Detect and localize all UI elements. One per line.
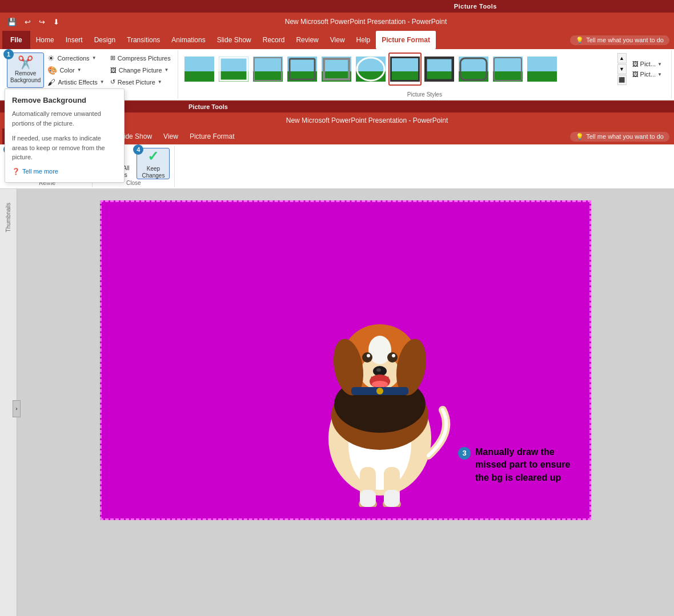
menu-view[interactable]: View xyxy=(324,31,351,49)
annotation-3: 3 Manually draw the missed part to ensur… xyxy=(458,446,578,484)
style-thumb-4[interactable] xyxy=(286,53,319,86)
reset-picture-button[interactable]: ↺ Reset Picture ▼ xyxy=(108,77,173,87)
svg-point-55 xyxy=(376,388,383,394)
picture-tools-bar: Picture Tools xyxy=(0,0,674,13)
redo-icon[interactable]: ↪ xyxy=(36,17,48,27)
corrections-icon: ☀ xyxy=(47,54,55,63)
gallery-scroll: ▲ ▼ ⬛ xyxy=(617,53,627,85)
tooltip-para2: If needed, use marks to indicate areas t… xyxy=(12,134,117,162)
svg-rect-53 xyxy=(384,490,400,507)
menu-record[interactable]: Record xyxy=(257,31,291,49)
gallery-more[interactable]: ⬛ xyxy=(617,75,627,85)
step-badge-1: 1 xyxy=(3,49,14,59)
menu-home[interactable]: Home xyxy=(30,31,60,49)
remove-background-button[interactable]: ✂️ RemoveBackground xyxy=(7,53,44,88)
svg-point-37 xyxy=(368,336,391,364)
color-label: Color xyxy=(59,67,74,74)
style-thumb-10[interactable] xyxy=(491,53,524,86)
corrections-dropdown[interactable]: ▼ xyxy=(92,55,97,61)
app-title: New Microsoft PowerPoint Presentation - … xyxy=(62,18,669,26)
style-thumb-3[interactable] xyxy=(251,53,284,86)
second-view-menu[interactable]: View xyxy=(158,128,184,144)
thumbnails-label: Thumbnails xyxy=(5,203,11,232)
style-thumb-11[interactable] xyxy=(525,53,559,86)
tell-more-label: Tell me more xyxy=(22,168,58,175)
gallery-scroll-up[interactable]: ▲ xyxy=(617,53,627,63)
picture-border-button[interactable]: 🖼 Pict... ▼ xyxy=(630,59,664,69)
gallery-scroll-down[interactable]: ▼ xyxy=(617,64,627,74)
menu-review[interactable]: Review xyxy=(290,31,324,49)
second-tell-me-bar[interactable]: 💡 Tell me what you want to do xyxy=(570,132,669,142)
second-tell-me-text: Tell me what you want to do xyxy=(586,133,664,140)
menu-bar: File Home Insert Design Transitions Anim… xyxy=(0,31,674,49)
color-dropdown[interactable]: ▼ xyxy=(77,67,82,73)
lightbulb-icon: 💡 xyxy=(576,37,584,44)
adjust-col: ☀ Corrections ▼ 🎨 Color ▼ 🖌 Artistic Eff… xyxy=(45,53,106,87)
menu-picture-format[interactable]: Picture Format xyxy=(376,31,436,49)
style-thumb-9[interactable] xyxy=(457,53,490,86)
second-picture-format-menu[interactable]: Picture Format xyxy=(184,128,240,144)
style-thumb-7[interactable] xyxy=(388,53,422,86)
picture-col: ⊞ Compress Pictures 🖼 Change Picture ▼ ↺… xyxy=(108,53,173,87)
file-menu[interactable]: File xyxy=(2,31,30,49)
menu-help[interactable]: Help xyxy=(351,31,376,49)
artistic-effects-button[interactable]: 🖌 Artistic Effects ▼ xyxy=(45,77,106,87)
tell-me-text: Tell me what you want to do xyxy=(586,37,664,43)
style-thumb-6[interactable] xyxy=(354,53,387,86)
reset-dropdown[interactable]: ▼ xyxy=(158,79,162,84)
title-bar: 💾 ↩ ↪ ⬇ New Microsoft PowerPoint Present… xyxy=(0,13,674,31)
keep-changes-label: KeepChanges xyxy=(142,166,165,179)
svg-point-45 xyxy=(376,368,381,372)
style-thumb-2[interactable] xyxy=(217,53,250,86)
svg-point-42 xyxy=(367,354,370,357)
style-thumb-5[interactable] xyxy=(320,53,353,86)
slide-canvas: 3 Manually draw the missed part to ensur… xyxy=(100,200,591,520)
menu-transitions[interactable]: Transitions xyxy=(121,31,166,49)
tell-me-more-link[interactable]: ❓ Tell me more xyxy=(12,168,117,175)
artistic-icon: 🖌 xyxy=(47,78,55,87)
save-icon[interactable]: 💾 xyxy=(5,17,19,27)
picture-tools-label: Picture Tools xyxy=(454,3,497,10)
svg-point-40 xyxy=(362,352,372,363)
artistic-dropdown[interactable]: ▼ xyxy=(100,79,105,84)
picture-effects-button[interactable]: 🖼 Pict... ▼ xyxy=(630,70,664,79)
remove-bg-icon: ✂️ xyxy=(18,57,33,69)
tell-me-bar[interactable]: 💡 Tell me what you want to do xyxy=(570,35,669,45)
thumbnails-panel: › Thumbnails xyxy=(0,189,17,616)
svg-point-47 xyxy=(372,381,388,388)
undo-icon[interactable]: ↩ xyxy=(22,17,34,27)
menu-animations[interactable]: Animations xyxy=(166,31,211,49)
annotation-text: Manually draw the missed part to ensure … xyxy=(475,446,578,484)
title-bar-left: 💾 ↩ ↪ ⬇ xyxy=(5,17,62,27)
tooltip-popup: Remove Background Automatically remove u… xyxy=(5,88,125,183)
color-button[interactable]: 🎨 Color ▼ xyxy=(45,65,106,75)
change-dropdown[interactable]: ▼ xyxy=(165,67,169,73)
picture-effects-icon: 🖼 xyxy=(632,71,639,78)
picture-border-label: Pict... xyxy=(640,61,656,67)
compress-pictures-button[interactable]: ⊞ Compress Pictures xyxy=(108,53,173,63)
svg-point-43 xyxy=(392,354,395,357)
tooltip-title: Remove Background xyxy=(12,96,117,104)
menu-slideshow[interactable]: Slide Show xyxy=(211,31,257,49)
svg-rect-30 xyxy=(527,71,557,82)
change-icon: 🖼 xyxy=(110,67,117,74)
style-thumb-8[interactable] xyxy=(423,53,456,86)
quick-access-dropdown-icon[interactable]: ⬇ xyxy=(50,17,62,27)
compress-icon: ⊞ xyxy=(110,54,115,62)
color-icon: 🎨 xyxy=(47,66,57,75)
picture-right-buttons: 🖼 Pict... ▼ 🖼 Pict... ▼ xyxy=(628,58,667,80)
change-label: Change Picture xyxy=(119,67,162,74)
styles-gallery xyxy=(183,53,615,86)
picture-effects-label: Pict... xyxy=(640,71,656,78)
picture-border-icon: 🖼 xyxy=(632,61,639,67)
thumbnails-toggle[interactable]: › xyxy=(13,400,21,417)
corrections-button[interactable]: ☀ Corrections ▼ xyxy=(45,53,106,63)
menu-insert[interactable]: Insert xyxy=(60,31,89,49)
svg-rect-52 xyxy=(360,490,376,507)
keep-icon: ✓ xyxy=(147,148,159,164)
change-picture-button[interactable]: 🖼 Change Picture ▼ xyxy=(108,65,173,75)
style-thumb-1[interactable] xyxy=(183,53,216,86)
menu-design[interactable]: Design xyxy=(89,31,121,49)
picture-styles-group: ▲ ▼ ⬛ 🖼 Pict... ▼ 🖼 Pict... ▼ xyxy=(178,50,672,99)
compress-label: Compress Pictures xyxy=(118,55,171,62)
